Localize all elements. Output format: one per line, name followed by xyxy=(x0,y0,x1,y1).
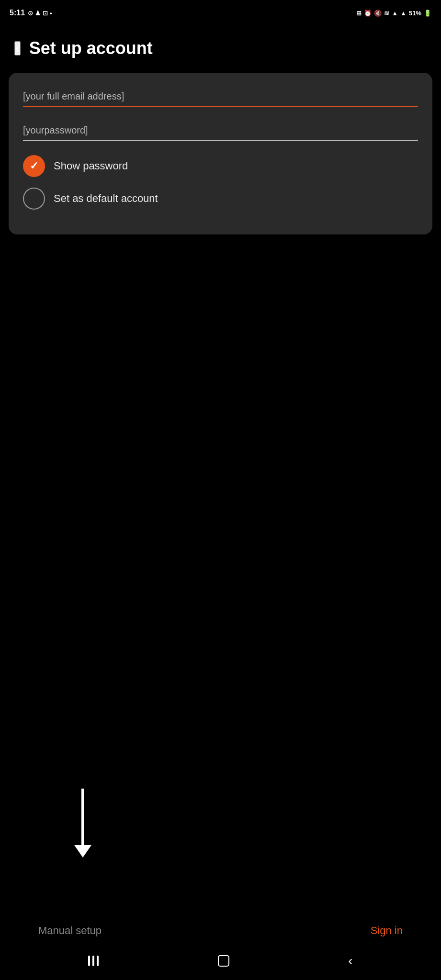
default-account-row: Set as default account xyxy=(23,188,418,210)
manual-setup-button[interactable]: Manual setup xyxy=(38,924,102,937)
email-input-group xyxy=(23,87,418,107)
status-time: 5:11 xyxy=(10,9,25,17)
status-bar: 5:11 ⊙ ♟ ⊡ • ⊞ ⏰ 🔇 ≋ ▲ ▲ 51% 🔋 xyxy=(0,0,441,24)
media-icon: ⊡ xyxy=(43,10,48,17)
recents-icon xyxy=(88,956,99,966)
status-icons: ⊙ ♟ ⊡ • xyxy=(28,10,52,17)
dot-indicator: • xyxy=(50,10,52,17)
back-nav-button[interactable]: ‹ xyxy=(348,954,352,968)
password-input-group xyxy=(23,121,418,141)
mute-icon: 🔇 xyxy=(374,10,382,17)
home-button[interactable] xyxy=(218,955,229,967)
show-password-row: Show password xyxy=(23,155,418,177)
default-account-label: Set as default account xyxy=(54,192,158,205)
wifi-icon: ≋ xyxy=(384,10,389,17)
back-nav-icon: ‹ xyxy=(348,954,352,968)
alarm-icon: ⏰ xyxy=(364,10,372,17)
back-button[interactable]: ‹ xyxy=(14,41,21,56)
signal1-icon: ▲ xyxy=(392,10,398,17)
default-account-checkbox[interactable] xyxy=(23,188,45,210)
recents-button[interactable] xyxy=(88,956,99,966)
battery-percent: 51% xyxy=(409,10,421,17)
page-title: Set up account xyxy=(29,38,153,58)
home-icon xyxy=(218,955,229,967)
signal2-icon: ▲ xyxy=(400,10,407,17)
arrow-down-icon xyxy=(81,789,84,846)
nav-bar: ‹ xyxy=(0,942,441,980)
email-field[interactable] xyxy=(23,87,418,107)
status-right: ⊞ ⏰ 🔇 ≋ ▲ ▲ 51% 🔋 xyxy=(356,10,431,17)
sign-in-button[interactable]: Sign in xyxy=(371,924,403,937)
password-field[interactable] xyxy=(23,121,418,141)
whatsapp-icon: ⊙ xyxy=(28,10,33,17)
battery-icon: 🔋 xyxy=(424,10,431,17)
status-left: 5:11 ⊙ ♟ ⊡ • xyxy=(10,9,52,17)
header: ‹ Set up account xyxy=(0,24,441,73)
scroll-arrow xyxy=(81,789,84,846)
person-icon: ♟ xyxy=(35,10,41,17)
show-password-checkbox[interactable] xyxy=(23,155,45,177)
bottom-actions: Manual setup Sign in xyxy=(0,924,441,937)
account-setup-card: Show password Set as default account xyxy=(9,73,432,234)
sim-icon: ⊞ xyxy=(356,10,362,17)
show-password-label: Show password xyxy=(54,160,128,172)
